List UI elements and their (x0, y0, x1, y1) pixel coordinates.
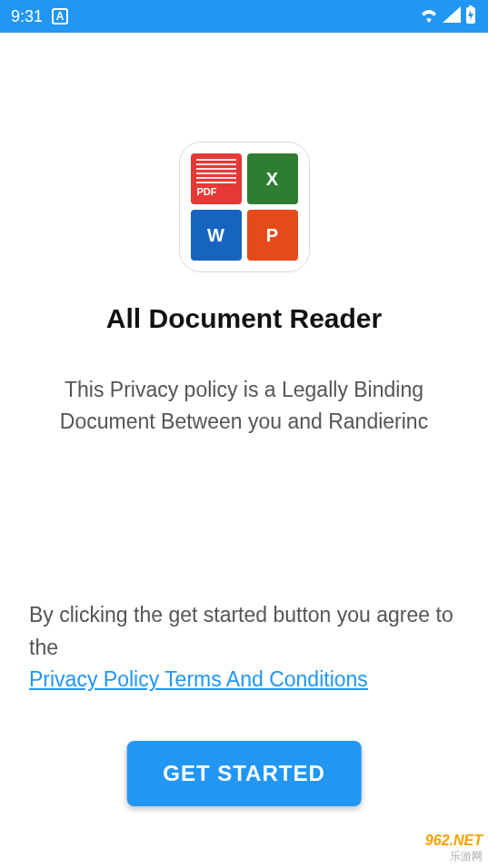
privacy-policy-link[interactable]: Privacy Policy Terms And Conditions (29, 667, 368, 691)
app-title: All Document Reader (106, 303, 382, 334)
signal-icon (443, 6, 461, 27)
wifi-icon (419, 6, 439, 27)
watermark-tag: 乐游网 (425, 850, 483, 863)
get-started-button[interactable]: GET STARTED (126, 741, 362, 806)
agreement-block: By clicking the get started button you a… (29, 599, 459, 696)
word-tile-icon: W (191, 210, 242, 261)
status-left: 9:31 A (11, 7, 68, 26)
svg-rect-1 (469, 5, 473, 8)
status-right (419, 5, 477, 28)
pdf-tile-icon: PDF (191, 153, 242, 204)
app-icon: PDF X W P (179, 142, 310, 272)
status-bar: 9:31 A (0, 0, 488, 33)
status-time: 9:31 (11, 7, 43, 26)
main-content: PDF X W P All Document Reader This Priva… (0, 33, 488, 437)
watermark: 962.NET 乐游网 (425, 832, 483, 863)
privacy-subtitle: This Privacy policy is a Legally Binding… (25, 374, 463, 437)
agreement-text: By clicking the get started button you a… (29, 603, 453, 659)
watermark-site: 962.NET (425, 832, 483, 849)
excel-tile-icon: X (247, 153, 298, 204)
status-app-icon: A (52, 8, 68, 25)
battery-icon (464, 5, 477, 28)
ppt-tile-icon: P (247, 210, 298, 261)
